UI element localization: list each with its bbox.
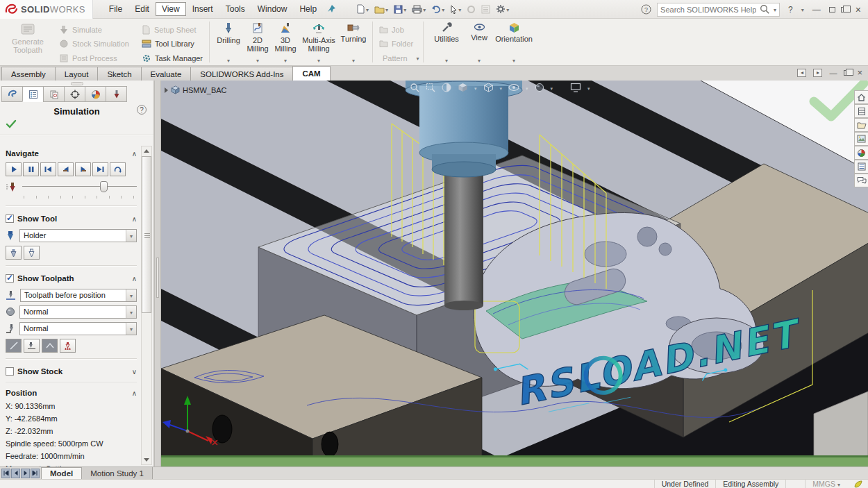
toolpath-display-button-3[interactable] bbox=[42, 339, 58, 353]
configurations-tab[interactable] bbox=[43, 86, 65, 102]
loop-button[interactable] bbox=[110, 162, 126, 176]
simulate-button[interactable]: Simulate bbox=[56, 23, 132, 37]
feature-tree-tab[interactable] bbox=[1, 86, 23, 102]
menu-view[interactable]: View bbox=[156, 2, 186, 16]
holder-dropdown[interactable]: Holder bbox=[19, 229, 137, 242]
hide-show-items-button[interactable] bbox=[508, 83, 519, 92]
turning-flyout-caret-icon[interactable] bbox=[352, 56, 355, 64]
help-menu-button[interactable]: ? bbox=[785, 5, 796, 15]
search-icon[interactable] bbox=[760, 4, 770, 15]
task-manager-button[interactable]: Task Manager bbox=[139, 51, 206, 65]
property-manager-tab[interactable] bbox=[22, 86, 44, 102]
dropdown-caret-icon[interactable] bbox=[526, 83, 528, 92]
pattern-button[interactable]: Pattern bbox=[376, 51, 419, 65]
scroll-up-button[interactable] bbox=[142, 146, 151, 155]
drilling-flyout-caret-icon[interactable] bbox=[227, 56, 230, 64]
search-input[interactable] bbox=[660, 6, 756, 14]
panel-collapse-handle[interactable] bbox=[71, 82, 83, 85]
select-button[interactable] bbox=[448, 3, 463, 15]
help-icon[interactable]: ? bbox=[137, 105, 147, 115]
step-to-end-button[interactable] bbox=[92, 162, 108, 176]
last-tab-button[interactable] bbox=[31, 469, 40, 478]
show-stock-section-header[interactable]: Show Stock bbox=[6, 364, 137, 379]
view-settings-button[interactable] bbox=[570, 83, 581, 92]
toolpath-mode-dropdown[interactable]: Toolpath before position bbox=[20, 289, 137, 302]
panel-scrollbar[interactable] bbox=[141, 146, 152, 465]
minimize-document-button[interactable]: — bbox=[829, 69, 837, 77]
pin-menu-icon[interactable] bbox=[327, 4, 336, 15]
section-view-button[interactable] bbox=[442, 83, 451, 92]
restore-window-button[interactable] bbox=[841, 6, 847, 14]
drilling-button[interactable]: Drilling bbox=[213, 19, 244, 65]
show-tool-checkbox[interactable] bbox=[6, 214, 14, 223]
help-circle-icon[interactable]: ? bbox=[641, 4, 651, 15]
menu-window[interactable]: Window bbox=[251, 2, 294, 16]
orientation-button[interactable]: Orientation bbox=[492, 19, 535, 65]
step-forward-button[interactable] bbox=[75, 162, 91, 176]
simulation-progress-slider-handle[interactable] bbox=[100, 181, 108, 192]
dock-right-icon[interactable]: ▸ bbox=[813, 69, 822, 77]
design-library-button[interactable] bbox=[854, 104, 868, 118]
tool-library-button[interactable]: Tool Library bbox=[139, 37, 206, 51]
appearances-tab[interactable] bbox=[85, 86, 106, 102]
tab-assembly[interactable]: Assembly bbox=[1, 67, 56, 81]
menu-insert[interactable]: Insert bbox=[186, 2, 219, 16]
forum-button[interactable] bbox=[854, 174, 868, 187]
dropdown-caret-icon[interactable] bbox=[500, 83, 503, 92]
maximize-window-button[interactable] bbox=[829, 6, 835, 14]
show-stock-checkbox[interactable] bbox=[6, 367, 14, 376]
motion-study-tab[interactable]: Motion Study 1 bbox=[82, 467, 153, 479]
wireframe-tool-button[interactable] bbox=[24, 246, 40, 260]
splitter-grip[interactable] bbox=[156, 258, 159, 298]
dropdown-caret-icon[interactable] bbox=[587, 83, 590, 92]
print-button[interactable] bbox=[410, 3, 428, 15]
breadcrumb-expand-icon[interactable] bbox=[165, 87, 168, 93]
pause-button[interactable] bbox=[23, 162, 39, 176]
tab-solidworks-add-ins[interactable]: SOLIDWORKS Add-Ins bbox=[190, 67, 293, 81]
3d-milling-flyout-caret-icon[interactable] bbox=[284, 56, 287, 64]
appearances-scenes-button[interactable] bbox=[854, 146, 868, 160]
tab-layout[interactable]: Layout bbox=[55, 67, 99, 81]
previous-tab-button[interactable] bbox=[11, 469, 20, 478]
play-button[interactable] bbox=[6, 162, 22, 176]
breadcrumb[interactable]: HSMW_BAC bbox=[165, 85, 227, 94]
rebuild-button[interactable] bbox=[465, 3, 478, 15]
cam-operation-tree-tab[interactable] bbox=[106, 86, 127, 102]
ok-checkmark-icon[interactable] bbox=[6, 119, 17, 128]
utilities-button[interactable]: Utilities bbox=[427, 19, 466, 65]
first-tab-button[interactable] bbox=[1, 469, 10, 478]
menu-edit[interactable]: Edit bbox=[128, 2, 156, 16]
multi-axis-milling-button[interactable]: Multi-Axis Milling bbox=[299, 19, 338, 65]
file-explorer-button[interactable] bbox=[854, 118, 868, 132]
dropdown-caret-icon[interactable] bbox=[774, 6, 776, 13]
model-tab[interactable]: Model bbox=[41, 467, 82, 479]
toolpath-style-dropdown-1[interactable]: Normal bbox=[19, 305, 137, 319]
show-tool-section-header[interactable]: Show Tool bbox=[6, 211, 137, 226]
dock-left-icon[interactable]: ◂ bbox=[797, 69, 806, 77]
turning-button[interactable]: Turning bbox=[338, 19, 369, 65]
menu-help[interactable]: Help bbox=[293, 2, 323, 16]
step-back-button[interactable] bbox=[58, 162, 74, 176]
dropdown-caret-icon[interactable] bbox=[551, 83, 553, 92]
toolpath-display-button-2[interactable] bbox=[24, 339, 40, 353]
generate-toolpath-button[interactable]: Generate Toolpath bbox=[6, 19, 49, 65]
options-button[interactable] bbox=[494, 3, 511, 15]
folder-button[interactable]: Folder bbox=[376, 37, 419, 51]
home-tab-button[interactable] bbox=[854, 90, 868, 104]
custom-properties-button[interactable] bbox=[854, 160, 868, 174]
restore-document-button[interactable] bbox=[844, 69, 850, 77]
tab-evaluate[interactable]: Evaluate bbox=[141, 67, 192, 81]
toolpath-display-button-4[interactable] bbox=[60, 339, 76, 353]
minimize-window-button[interactable]: — bbox=[810, 5, 824, 15]
scrollbar-thumb[interactable] bbox=[142, 156, 151, 313]
close-window-button[interactable]: × bbox=[853, 4, 864, 15]
view-flyout-caret-icon[interactable] bbox=[478, 56, 481, 64]
open-document-button[interactable] bbox=[372, 3, 390, 15]
dropdown-caret-icon[interactable] bbox=[474, 83, 477, 92]
stock-simulation-button[interactable]: Stock Simulation bbox=[56, 37, 132, 51]
view-palette-button[interactable] bbox=[854, 132, 868, 146]
display-style-button[interactable] bbox=[483, 83, 494, 92]
setup-sheet-button[interactable]: Setup Sheet bbox=[139, 23, 206, 37]
position-section-header[interactable]: Position bbox=[6, 386, 137, 400]
tab-cam[interactable]: CAM bbox=[292, 66, 330, 81]
